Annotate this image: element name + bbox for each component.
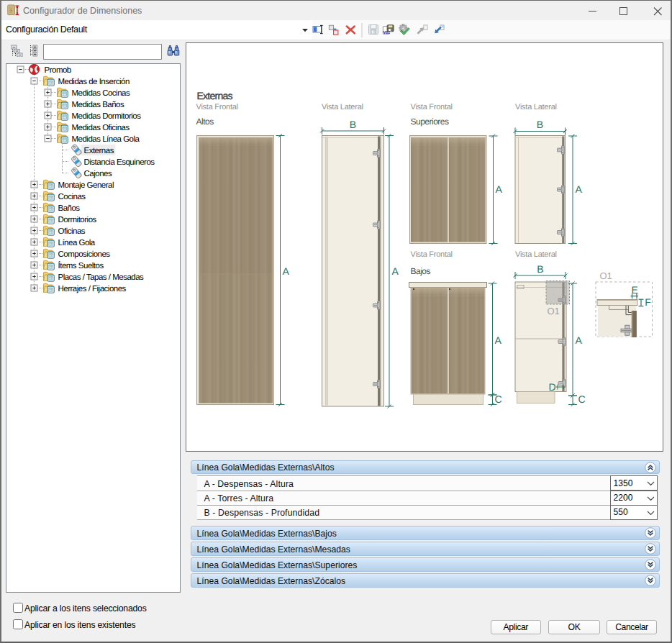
svg-text:A: A — [392, 265, 399, 277]
svg-text:A: A — [496, 183, 503, 195]
svg-text:Herrajes / Fijaciones: Herrajes / Fijaciones — [58, 285, 127, 293]
svg-text:Superiores: Superiores — [411, 117, 450, 127]
svg-text:Composiciones: Composiciones — [58, 250, 111, 259]
svg-text:Cajones: Cajones — [84, 170, 112, 178]
svg-text:Externas: Externas — [197, 90, 233, 101]
svg-text:va:: va: — [383, 29, 391, 35]
svg-text:Montaje General: Montaje General — [58, 181, 114, 190]
svg-text:Vista Frontal: Vista Frontal — [411, 250, 453, 259]
svg-text:Medidas de Inserción: Medidas de Inserción — [58, 78, 130, 86]
svg-text:B: B — [537, 263, 543, 275]
svg-text:Cocinas: Cocinas — [58, 193, 86, 201]
svg-text:Promob: Promob — [45, 66, 71, 75]
svg-text:Placas / Tapas / Mesadas: Placas / Tapas / Mesadas — [58, 273, 145, 282]
svg-text:A: A — [576, 183, 583, 195]
svg-text:Línea Gola: Línea Gola — [58, 239, 96, 247]
svg-text:Oficinas: Oficinas — [58, 227, 86, 236]
svg-text:Dormitorios: Dormitorios — [58, 216, 97, 224]
svg-text:A: A — [283, 265, 290, 277]
svg-text:Medidas Baños: Medidas Baños — [72, 101, 125, 109]
svg-text:Medidas Cocinas: Medidas Cocinas — [72, 89, 130, 98]
svg-text:A: A — [495, 334, 502, 346]
svg-text:B: B — [537, 119, 543, 130]
svg-text:O1: O1 — [548, 306, 560, 316]
svg-text:O1: O1 — [600, 270, 612, 281]
svg-text:Ítems Sueltos: Ítems Sueltos — [58, 261, 104, 270]
svg-text:A: A — [576, 334, 583, 346]
svg-text:C: C — [578, 393, 586, 405]
svg-text:F: F — [645, 296, 651, 308]
svg-text:Vista Lateral: Vista Lateral — [515, 250, 557, 259]
svg-text:Vista Frontal: Vista Frontal — [411, 103, 453, 111]
svg-text:Medidas Dormitorios: Medidas Dormitorios — [72, 112, 142, 121]
svg-text:Vista Frontal: Vista Frontal — [196, 103, 238, 111]
svg-text:Medidas Oficinas: Medidas Oficinas — [72, 124, 130, 132]
svg-text:Baños: Baños — [58, 204, 81, 213]
svg-text:Distancia Esquineros: Distancia Esquineros — [84, 158, 155, 167]
svg-text:Externas: Externas — [84, 147, 114, 155]
svg-text:Vista Lateral: Vista Lateral — [322, 103, 363, 111]
svg-text:Vista Lateral: Vista Lateral — [515, 103, 557, 111]
svg-text:C: C — [495, 393, 502, 405]
svg-text:Bajos: Bajos — [411, 266, 431, 276]
svg-text:B: B — [350, 119, 356, 130]
svg-text:Altos: Altos — [196, 117, 214, 127]
svg-text:Medidas Línea Gola: Medidas Línea Gola — [72, 135, 140, 144]
svg-text:D: D — [549, 381, 556, 393]
